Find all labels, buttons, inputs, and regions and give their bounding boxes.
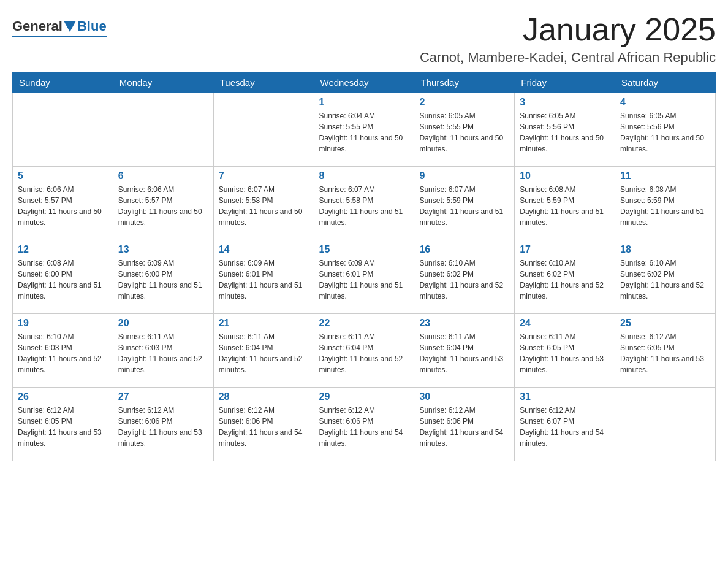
calendar-cell: 19Sunrise: 6:10 AMSunset: 6:03 PMDayligh… (13, 314, 113, 388)
day-number: 23 (419, 318, 509, 329)
day-info: Sunrise: 6:04 AMSunset: 5:55 PMDaylight:… (319, 110, 409, 155)
column-header-wednesday: Wednesday (314, 72, 414, 93)
day-number: 2 (419, 97, 509, 108)
column-header-tuesday: Tuesday (213, 72, 314, 93)
day-info: Sunrise: 6:12 AMSunset: 6:06 PMDaylight:… (319, 405, 409, 449)
day-info: Sunrise: 6:12 AMSunset: 6:06 PMDaylight:… (219, 405, 309, 449)
calendar-cell: 27Sunrise: 6:12 AMSunset: 6:06 PMDayligh… (113, 388, 213, 461)
day-info: Sunrise: 6:11 AMSunset: 6:04 PMDaylight:… (219, 331, 309, 375)
day-number: 4 (620, 97, 710, 108)
column-header-friday: Friday (515, 72, 615, 93)
day-number: 25 (620, 318, 710, 329)
day-info: Sunrise: 6:11 AMSunset: 6:04 PMDaylight:… (319, 331, 409, 375)
day-info: Sunrise: 6:09 AMSunset: 6:00 PMDaylight:… (118, 258, 208, 302)
calendar-title: January 2025 (420, 12, 716, 47)
day-info: Sunrise: 6:08 AMSunset: 5:59 PMDaylight:… (620, 184, 710, 228)
calendar-cell: 17Sunrise: 6:10 AMSunset: 6:02 PMDayligh… (515, 240, 615, 314)
day-number: 31 (520, 391, 610, 402)
logo-underline (12, 36, 107, 37)
day-number: 28 (219, 391, 309, 402)
calendar-cell (113, 93, 213, 167)
day-number: 24 (520, 318, 610, 329)
day-info: Sunrise: 6:07 AMSunset: 5:59 PMDaylight:… (419, 184, 509, 228)
day-info: Sunrise: 6:10 AMSunset: 6:03 PMDaylight:… (18, 331, 108, 375)
calendar-cell (213, 93, 314, 167)
day-info: Sunrise: 6:08 AMSunset: 6:00 PMDaylight:… (18, 258, 108, 302)
day-info: Sunrise: 6:06 AMSunset: 5:57 PMDaylight:… (118, 184, 208, 228)
day-number: 1 (319, 97, 409, 108)
column-header-thursday: Thursday (414, 72, 515, 93)
day-info: Sunrise: 6:12 AMSunset: 6:07 PMDaylight:… (520, 405, 610, 449)
day-info: Sunrise: 6:05 AMSunset: 5:55 PMDaylight:… (419, 110, 509, 155)
day-info: Sunrise: 6:12 AMSunset: 6:05 PMDaylight:… (18, 405, 108, 449)
day-info: Sunrise: 6:11 AMSunset: 6:05 PMDaylight:… (520, 331, 610, 375)
day-number: 3 (520, 97, 610, 108)
calendar-cell: 3Sunrise: 6:05 AMSunset: 5:56 PMDaylight… (515, 93, 615, 167)
day-number: 7 (219, 170, 309, 182)
day-info: Sunrise: 6:05 AMSunset: 5:56 PMDaylight:… (620, 110, 710, 155)
day-number: 14 (219, 244, 309, 255)
day-info: Sunrise: 6:11 AMSunset: 6:04 PMDaylight:… (419, 331, 509, 375)
day-number: 16 (419, 244, 509, 255)
calendar-cell: 23Sunrise: 6:11 AMSunset: 6:04 PMDayligh… (414, 314, 515, 388)
calendar-cell: 31Sunrise: 6:12 AMSunset: 6:07 PMDayligh… (515, 388, 615, 461)
calendar-cell: 13Sunrise: 6:09 AMSunset: 6:00 PMDayligh… (113, 240, 213, 314)
day-info: Sunrise: 6:09 AMSunset: 6:01 PMDaylight:… (219, 258, 309, 302)
day-number: 11 (620, 170, 710, 182)
day-number: 29 (319, 391, 409, 402)
calendar-week-row: 5Sunrise: 6:06 AMSunset: 5:57 PMDaylight… (13, 167, 716, 240)
calendar-week-row: 19Sunrise: 6:10 AMSunset: 6:03 PMDayligh… (13, 314, 716, 388)
day-number: 22 (319, 318, 409, 329)
calendar-cell: 14Sunrise: 6:09 AMSunset: 6:01 PMDayligh… (213, 240, 314, 314)
logo-triangle-icon (64, 21, 76, 32)
day-number: 6 (118, 170, 208, 182)
calendar-cell: 15Sunrise: 6:09 AMSunset: 6:01 PMDayligh… (314, 240, 414, 314)
calendar-cell: 12Sunrise: 6:08 AMSunset: 6:00 PMDayligh… (13, 240, 113, 314)
day-number: 19 (18, 318, 108, 329)
day-info: Sunrise: 6:10 AMSunset: 6:02 PMDaylight:… (520, 258, 610, 302)
calendar-cell: 8Sunrise: 6:07 AMSunset: 5:58 PMDaylight… (314, 167, 414, 240)
day-number: 18 (620, 244, 710, 255)
logo-blue-text: Blue (77, 18, 107, 34)
day-info: Sunrise: 6:05 AMSunset: 5:56 PMDaylight:… (520, 110, 610, 155)
page-header: General Blue January 2025 Carnot, Mamber… (12, 12, 716, 66)
day-number: 21 (219, 318, 309, 329)
day-number: 26 (18, 391, 108, 402)
calendar-cell (13, 93, 113, 167)
calendar-cell (615, 388, 716, 461)
calendar-cell: 4Sunrise: 6:05 AMSunset: 5:56 PMDaylight… (615, 93, 716, 167)
day-number: 5 (18, 170, 108, 182)
calendar-subtitle: Carnot, Mambere-Kadei, Central African R… (420, 50, 716, 66)
day-info: Sunrise: 6:10 AMSunset: 6:02 PMDaylight:… (620, 258, 710, 302)
day-number: 27 (118, 391, 208, 402)
column-header-sunday: Sunday (13, 72, 113, 93)
day-number: 17 (520, 244, 610, 255)
calendar-week-row: 1Sunrise: 6:04 AMSunset: 5:55 PMDaylight… (13, 93, 716, 167)
title-area: January 2025 Carnot, Mambere-Kadei, Cent… (420, 12, 716, 66)
calendar-table: SundayMondayTuesdayWednesdayThursdayFrid… (12, 72, 716, 461)
calendar-cell: 20Sunrise: 6:11 AMSunset: 6:03 PMDayligh… (113, 314, 213, 388)
calendar-cell: 22Sunrise: 6:11 AMSunset: 6:04 PMDayligh… (314, 314, 414, 388)
day-number: 9 (419, 170, 509, 182)
calendar-cell: 11Sunrise: 6:08 AMSunset: 5:59 PMDayligh… (615, 167, 716, 240)
calendar-cell: 26Sunrise: 6:12 AMSunset: 6:05 PMDayligh… (13, 388, 113, 461)
calendar-cell: 30Sunrise: 6:12 AMSunset: 6:06 PMDayligh… (414, 388, 515, 461)
column-header-saturday: Saturday (615, 72, 716, 93)
calendar-cell: 29Sunrise: 6:12 AMSunset: 6:06 PMDayligh… (314, 388, 414, 461)
calendar-week-row: 12Sunrise: 6:08 AMSunset: 6:00 PMDayligh… (13, 240, 716, 314)
logo: General Blue (12, 12, 107, 37)
day-number: 13 (118, 244, 208, 255)
day-info: Sunrise: 6:07 AMSunset: 5:58 PMDaylight:… (319, 184, 409, 228)
calendar-cell: 6Sunrise: 6:06 AMSunset: 5:57 PMDaylight… (113, 167, 213, 240)
day-info: Sunrise: 6:12 AMSunset: 6:06 PMDaylight:… (118, 405, 208, 449)
calendar-cell: 10Sunrise: 6:08 AMSunset: 5:59 PMDayligh… (515, 167, 615, 240)
calendar-cell: 24Sunrise: 6:11 AMSunset: 6:05 PMDayligh… (515, 314, 615, 388)
day-number: 12 (18, 244, 108, 255)
calendar-cell: 5Sunrise: 6:06 AMSunset: 5:57 PMDaylight… (13, 167, 113, 240)
calendar-cell: 7Sunrise: 6:07 AMSunset: 5:58 PMDaylight… (213, 167, 314, 240)
day-info: Sunrise: 6:12 AMSunset: 6:06 PMDaylight:… (419, 405, 509, 449)
calendar-week-row: 26Sunrise: 6:12 AMSunset: 6:05 PMDayligh… (13, 388, 716, 461)
calendar-cell: 28Sunrise: 6:12 AMSunset: 6:06 PMDayligh… (213, 388, 314, 461)
calendar-cell: 2Sunrise: 6:05 AMSunset: 5:55 PMDaylight… (414, 93, 515, 167)
calendar-cell: 21Sunrise: 6:11 AMSunset: 6:04 PMDayligh… (213, 314, 314, 388)
